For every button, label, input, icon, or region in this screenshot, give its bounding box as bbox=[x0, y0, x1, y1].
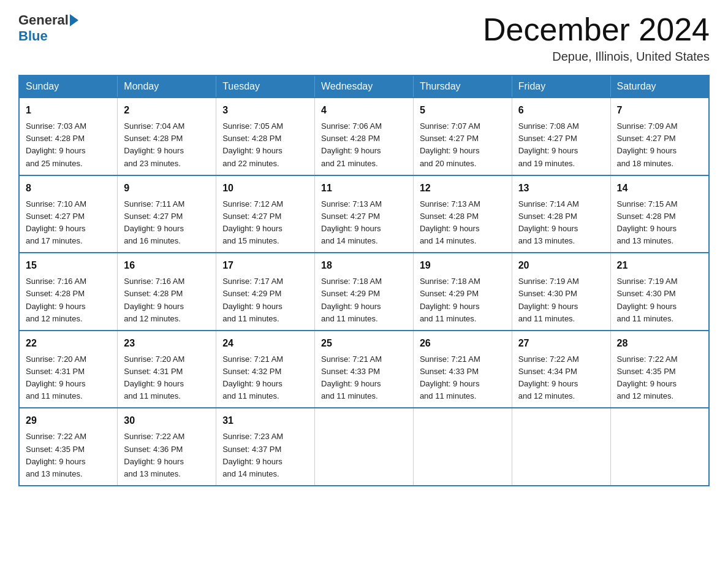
day-info: Sunrise: 7:20 AMSunset: 4:31 PMDaylight:… bbox=[124, 353, 210, 403]
calendar-cell: 11Sunrise: 7:13 AMSunset: 4:27 PMDayligh… bbox=[315, 175, 414, 253]
calendar-cell: 15Sunrise: 7:16 AMSunset: 4:28 PMDayligh… bbox=[19, 253, 118, 331]
weekday-header-sunday: Sunday bbox=[19, 75, 118, 98]
day-number: 27 bbox=[518, 336, 604, 351]
day-info: Sunrise: 7:21 AMSunset: 4:33 PMDaylight:… bbox=[420, 353, 506, 403]
day-info: Sunrise: 7:03 AMSunset: 4:28 PMDaylight:… bbox=[26, 120, 111, 170]
calendar-cell: 28Sunrise: 7:22 AMSunset: 4:35 PMDayligh… bbox=[610, 331, 709, 408]
calendar-week-2: 8Sunrise: 7:10 AMSunset: 4:27 PMDaylight… bbox=[19, 175, 709, 253]
day-number: 4 bbox=[321, 103, 407, 118]
day-info: Sunrise: 7:23 AMSunset: 4:37 PMDaylight:… bbox=[222, 431, 308, 480]
day-info: Sunrise: 7:07 AMSunset: 4:27 PMDaylight:… bbox=[420, 120, 506, 170]
day-number: 10 bbox=[222, 181, 308, 196]
day-number: 13 bbox=[518, 181, 604, 196]
page-header: General Blue December 2024 Depue, Illino… bbox=[18, 12, 710, 64]
calendar-cell: 10Sunrise: 7:12 AMSunset: 4:27 PMDayligh… bbox=[216, 175, 315, 253]
day-number: 12 bbox=[420, 181, 506, 196]
day-info: Sunrise: 7:14 AMSunset: 4:28 PMDaylight:… bbox=[518, 198, 604, 248]
day-info: Sunrise: 7:22 AMSunset: 4:35 PMDaylight:… bbox=[617, 353, 702, 403]
day-number: 3 bbox=[222, 103, 308, 118]
calendar-cell: 26Sunrise: 7:21 AMSunset: 4:33 PMDayligh… bbox=[413, 331, 512, 408]
calendar-cell: 22Sunrise: 7:20 AMSunset: 4:31 PMDayligh… bbox=[19, 331, 118, 408]
calendar-cell: 3Sunrise: 7:05 AMSunset: 4:28 PMDaylight… bbox=[216, 98, 315, 175]
calendar-week-5: 29Sunrise: 7:22 AMSunset: 4:35 PMDayligh… bbox=[19, 408, 709, 486]
day-number: 7 bbox=[617, 103, 702, 118]
day-info: Sunrise: 7:18 AMSunset: 4:29 PMDaylight:… bbox=[321, 275, 407, 325]
logo-arrow-icon bbox=[70, 14, 78, 26]
day-number: 9 bbox=[124, 181, 210, 196]
day-number: 24 bbox=[222, 336, 308, 351]
location-title: Depue, Illinois, United States bbox=[483, 50, 710, 64]
calendar-cell: 4Sunrise: 7:06 AMSunset: 4:28 PMDaylight… bbox=[315, 98, 414, 175]
day-info: Sunrise: 7:22 AMSunset: 4:35 PMDaylight:… bbox=[26, 431, 111, 480]
day-info: Sunrise: 7:13 AMSunset: 4:27 PMDaylight:… bbox=[321, 198, 407, 248]
day-number: 26 bbox=[420, 336, 506, 351]
day-number: 15 bbox=[26, 258, 111, 273]
day-number: 23 bbox=[124, 336, 210, 351]
day-info: Sunrise: 7:20 AMSunset: 4:31 PMDaylight:… bbox=[26, 353, 111, 403]
day-number: 29 bbox=[26, 413, 111, 428]
month-title: December 2024 bbox=[483, 12, 710, 47]
day-info: Sunrise: 7:11 AMSunset: 4:27 PMDaylight:… bbox=[124, 198, 210, 248]
calendar-cell: 25Sunrise: 7:21 AMSunset: 4:33 PMDayligh… bbox=[315, 331, 414, 408]
day-number: 5 bbox=[420, 103, 506, 118]
calendar-cell bbox=[610, 408, 709, 486]
calendar-cell: 27Sunrise: 7:22 AMSunset: 4:34 PMDayligh… bbox=[512, 331, 610, 408]
day-number: 31 bbox=[222, 413, 308, 428]
title-area: December 2024 Depue, Illinois, United St… bbox=[483, 12, 710, 64]
day-number: 20 bbox=[518, 258, 604, 273]
calendar-cell: 13Sunrise: 7:14 AMSunset: 4:28 PMDayligh… bbox=[512, 175, 610, 253]
day-number: 18 bbox=[321, 258, 407, 273]
day-number: 22 bbox=[26, 336, 111, 351]
logo: General Blue bbox=[18, 12, 80, 44]
day-number: 19 bbox=[420, 258, 506, 273]
weekday-header-monday: Monday bbox=[118, 75, 216, 98]
calendar-cell: 31Sunrise: 7:23 AMSunset: 4:37 PMDayligh… bbox=[216, 408, 315, 486]
day-info: Sunrise: 7:18 AMSunset: 4:29 PMDaylight:… bbox=[420, 275, 506, 325]
calendar-cell: 21Sunrise: 7:19 AMSunset: 4:30 PMDayligh… bbox=[610, 253, 709, 331]
calendar-cell: 2Sunrise: 7:04 AMSunset: 4:28 PMDaylight… bbox=[118, 98, 216, 175]
logo-blue-text: Blue bbox=[18, 28, 48, 44]
day-info: Sunrise: 7:22 AMSunset: 4:34 PMDaylight:… bbox=[518, 353, 604, 403]
weekday-header-friday: Friday bbox=[512, 75, 610, 98]
calendar-cell: 6Sunrise: 7:08 AMSunset: 4:27 PMDaylight… bbox=[512, 98, 610, 175]
calendar-cell: 7Sunrise: 7:09 AMSunset: 4:27 PMDaylight… bbox=[610, 98, 709, 175]
day-info: Sunrise: 7:17 AMSunset: 4:29 PMDaylight:… bbox=[222, 275, 308, 325]
day-info: Sunrise: 7:16 AMSunset: 4:28 PMDaylight:… bbox=[124, 275, 210, 325]
calendar-cell: 14Sunrise: 7:15 AMSunset: 4:28 PMDayligh… bbox=[610, 175, 709, 253]
day-info: Sunrise: 7:09 AMSunset: 4:27 PMDaylight:… bbox=[617, 120, 702, 170]
calendar-header: SundayMondayTuesdayWednesdayThursdayFrid… bbox=[19, 75, 709, 98]
day-number: 11 bbox=[321, 181, 407, 196]
day-info: Sunrise: 7:22 AMSunset: 4:36 PMDaylight:… bbox=[124, 431, 210, 480]
day-info: Sunrise: 7:19 AMSunset: 4:30 PMDaylight:… bbox=[518, 275, 604, 325]
day-number: 6 bbox=[518, 103, 604, 118]
day-number: 16 bbox=[124, 258, 210, 273]
day-number: 25 bbox=[321, 336, 407, 351]
calendar-cell bbox=[413, 408, 512, 486]
calendar-body: 1Sunrise: 7:03 AMSunset: 4:28 PMDaylight… bbox=[19, 98, 709, 486]
calendar-cell: 30Sunrise: 7:22 AMSunset: 4:36 PMDayligh… bbox=[118, 408, 216, 486]
calendar-cell: 17Sunrise: 7:17 AMSunset: 4:29 PMDayligh… bbox=[216, 253, 315, 331]
day-number: 8 bbox=[26, 181, 111, 196]
calendar-cell: 24Sunrise: 7:21 AMSunset: 4:32 PMDayligh… bbox=[216, 331, 315, 408]
day-info: Sunrise: 7:12 AMSunset: 4:27 PMDaylight:… bbox=[222, 198, 308, 248]
calendar-cell: 16Sunrise: 7:16 AMSunset: 4:28 PMDayligh… bbox=[118, 253, 216, 331]
day-number: 21 bbox=[617, 258, 702, 273]
day-info: Sunrise: 7:21 AMSunset: 4:32 PMDaylight:… bbox=[222, 353, 308, 403]
calendar-cell: 8Sunrise: 7:10 AMSunset: 4:27 PMDaylight… bbox=[19, 175, 118, 253]
day-info: Sunrise: 7:21 AMSunset: 4:33 PMDaylight:… bbox=[321, 353, 407, 403]
weekday-header-saturday: Saturday bbox=[610, 75, 709, 98]
day-info: Sunrise: 7:04 AMSunset: 4:28 PMDaylight:… bbox=[124, 120, 210, 170]
day-number: 2 bbox=[124, 103, 210, 118]
calendar-week-3: 15Sunrise: 7:16 AMSunset: 4:28 PMDayligh… bbox=[19, 253, 709, 331]
day-info: Sunrise: 7:08 AMSunset: 4:27 PMDaylight:… bbox=[518, 120, 604, 170]
calendar-cell bbox=[512, 408, 610, 486]
day-info: Sunrise: 7:15 AMSunset: 4:28 PMDaylight:… bbox=[617, 198, 702, 248]
calendar-cell: 5Sunrise: 7:07 AMSunset: 4:27 PMDaylight… bbox=[413, 98, 512, 175]
calendar-cell: 29Sunrise: 7:22 AMSunset: 4:35 PMDayligh… bbox=[19, 408, 118, 486]
day-info: Sunrise: 7:06 AMSunset: 4:28 PMDaylight:… bbox=[321, 120, 407, 170]
calendar-cell: 18Sunrise: 7:18 AMSunset: 4:29 PMDayligh… bbox=[315, 253, 414, 331]
calendar-cell bbox=[315, 408, 414, 486]
calendar-cell: 1Sunrise: 7:03 AMSunset: 4:28 PMDaylight… bbox=[19, 98, 118, 175]
day-info: Sunrise: 7:13 AMSunset: 4:28 PMDaylight:… bbox=[420, 198, 506, 248]
day-number: 14 bbox=[617, 181, 702, 196]
